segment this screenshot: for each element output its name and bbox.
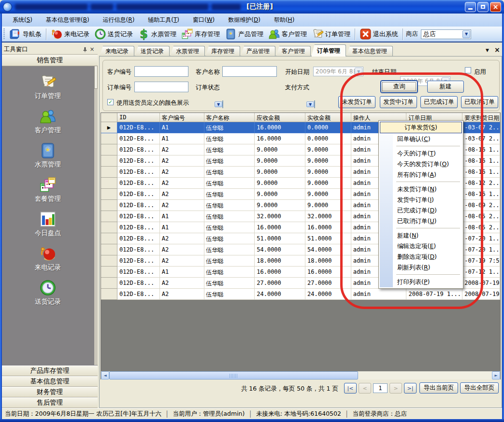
sidebar-item-1[interactable]: 订单管理 <box>35 73 61 100</box>
row-selector[interactable] <box>101 222 117 233</box>
sidebar-section-sales[interactable]: 销售管理 <box>2 55 98 66</box>
tab-5[interactable]: 产品管理 <box>241 46 275 56</box>
toolbar-button-7[interactable]: 客户管理 <box>266 27 309 41</box>
toolbar-grip[interactable] <box>3 28 5 40</box>
tab-3[interactable]: 水票管理 <box>170 46 205 56</box>
row-selector[interactable] <box>101 200 117 211</box>
row-selector[interactable] <box>101 189 117 200</box>
row-selector[interactable] <box>101 244 117 255</box>
row-selector[interactable] <box>101 144 117 155</box>
export-all-button[interactable]: 导出全部页 <box>460 382 499 394</box>
search-button[interactable]: 查询 <box>381 81 418 93</box>
row-selector[interactable] <box>101 289 117 300</box>
scroll-left-icon[interactable]: ◄ <box>101 371 109 380</box>
order-status-select[interactable]: ▼ <box>222 100 223 108</box>
context-menu-item-18[interactable]: 打印列表(P) <box>380 277 462 287</box>
export-current-button[interactable]: 导出当前页 <box>419 382 458 394</box>
row-selector[interactable] <box>101 155 117 167</box>
menu-item-6[interactable]: 数据维护(D) <box>221 14 267 26</box>
row-selector[interactable] <box>101 133 117 144</box>
filter-completed-button[interactable]: 已完成订单 <box>420 96 458 108</box>
menu-item-1[interactable]: 系统(S) <box>6 14 39 26</box>
context-menu-item-5[interactable]: 今天的发货订单(O) <box>380 159 462 169</box>
chevron-down-icon[interactable]: ▼ <box>486 48 489 53</box>
toolbar-button-8[interactable]: 订单管理 <box>309 27 353 41</box>
table-row[interactable]: 012D-E8...A2伍华聪24.000024.0000admin2008-0… <box>101 289 500 300</box>
column-header-1[interactable]: ID <box>117 113 160 122</box>
context-menu-item-11[interactable]: 已取消订单(U) <box>380 216 462 226</box>
context-menu-item-14[interactable]: 编辑选定项(E) <box>380 241 462 252</box>
sidebar-scrollbar[interactable] <box>94 66 98 365</box>
sidebar-item-5[interactable]: 今日盘点 <box>35 211 61 238</box>
row-selector[interactable] <box>101 278 117 289</box>
pin-icon[interactable] <box>81 46 88 53</box>
column-header-8[interactable]: 要求到货日期 <box>462 113 500 122</box>
row-selector[interactable] <box>101 167 117 178</box>
close-icon[interactable]: × <box>494 46 500 54</box>
context-menu-item-4[interactable]: 今天的订单(T) <box>380 148 462 159</box>
tab-6[interactable]: 客户管理 <box>276 46 311 56</box>
next-page-button[interactable]: > <box>389 383 402 394</box>
menu-item-7[interactable]: 帮助(H) <box>267 14 301 26</box>
first-page-button[interactable]: |< <box>344 383 357 394</box>
row-selector[interactable] <box>101 211 117 222</box>
menu-item-4[interactable]: 辅助工具(T) <box>141 14 186 26</box>
start-date-picker[interactable]: 2009年 6月 8日 ▼ <box>313 67 363 76</box>
filter-unshipped-button[interactable]: 未发货订单 <box>338 96 375 108</box>
context-menu-item-15[interactable]: 删除选定项(D) <box>380 252 462 262</box>
context-menu-item-13[interactable]: 新建(N) <box>380 230 462 241</box>
pay-method-select[interactable]: ▼ <box>314 100 315 108</box>
context-menu-item-10[interactable]: 已完成订单(D) <box>380 205 462 216</box>
toolbar-button-5[interactable]: 库存管理 <box>179 27 222 41</box>
tab-7[interactable]: 订单管理 <box>311 44 346 56</box>
filter-shipping-button[interactable]: 发货中订单 <box>380 96 417 108</box>
sidebar-item-7[interactable]: 送货记录 <box>35 279 61 306</box>
scroll-right-icon[interactable]: ► <box>492 371 500 380</box>
column-header-3[interactable]: 客户名称 <box>204 113 255 122</box>
chevron-down-icon[interactable]: ▼ <box>306 101 314 107</box>
sidebar-section-4[interactable]: 售后管理 <box>2 397 98 408</box>
maximize-button[interactable] <box>477 2 489 12</box>
row-selector[interactable] <box>101 255 117 267</box>
sidebar-item-3[interactable]: ★水票管理 <box>35 142 61 169</box>
context-menu-item-8[interactable]: 未发货订单(N) <box>380 184 462 195</box>
row-selector[interactable] <box>101 233 117 244</box>
sidebar-section-3[interactable]: 财务管理 <box>2 387 98 397</box>
tab-4[interactable]: 库存管理 <box>205 46 240 56</box>
last-page-button[interactable]: >| <box>404 383 417 394</box>
toolbar-button-2[interactable]: 来电记录 <box>48 27 92 41</box>
order-no-input[interactable] <box>134 82 188 92</box>
close-button[interactable]: × <box>490 2 501 12</box>
toolbar-button-9[interactable]: 退出系统 <box>357 27 401 41</box>
close-icon[interactable]: × <box>88 46 96 53</box>
context-menu-item-2[interactable]: 回单确认(C) <box>380 134 462 144</box>
tab-8[interactable]: 基本信息管理 <box>346 46 393 56</box>
prev-page-button[interactable]: < <box>359 383 371 394</box>
enable-checkbox[interactable] <box>465 67 471 73</box>
color-display-checkbox[interactable]: ✓ <box>107 99 114 105</box>
scrollbar-thumb[interactable] <box>109 371 358 380</box>
menu-item-2[interactable]: 基本信息管理(B) <box>39 14 96 26</box>
store-select[interactable]: 总店 ▼ <box>421 29 471 39</box>
column-header-2[interactable]: 客户编号 <box>160 113 204 122</box>
toolbar-button-4[interactable]: $水票管理 <box>135 27 179 41</box>
sidebar-item-2[interactable]: 客户管理 <box>35 108 61 135</box>
menu-item-5[interactable]: 窗口(W) <box>186 14 221 26</box>
sidebar-item-4[interactable]: 套餐管理 <box>35 176 61 203</box>
context-menu-item-16[interactable]: 刷新列表(R) <box>380 262 462 273</box>
tab-1[interactable]: 来电记录 <box>100 46 134 56</box>
sidebar-section-1[interactable]: 产品库存管理 <box>2 366 98 376</box>
menu-item-3[interactable]: 运行信息(R) <box>96 14 142 26</box>
filter-cancelled-button[interactable]: 已取消订单 <box>461 96 498 108</box>
chevron-down-icon[interactable]: ▼ <box>215 101 222 107</box>
context-menu-item-6[interactable]: 所有的订单(A) <box>380 169 462 180</box>
customer-name-input[interactable] <box>222 66 277 77</box>
sidebar-section-2[interactable]: 基本信息管理 <box>2 376 98 387</box>
customer-no-input[interactable] <box>134 66 188 77</box>
chevron-down-icon[interactable]: ▼ <box>462 30 470 38</box>
toolbar-button-3[interactable]: 送货记录 <box>92 27 135 41</box>
new-button[interactable]: 新建 <box>427 81 464 93</box>
context-menu-item-1[interactable]: 订单发货(S) <box>380 122 462 133</box>
column-header-5[interactable]: 实收金额 <box>305 113 351 122</box>
minimize-button[interactable] <box>465 2 476 12</box>
